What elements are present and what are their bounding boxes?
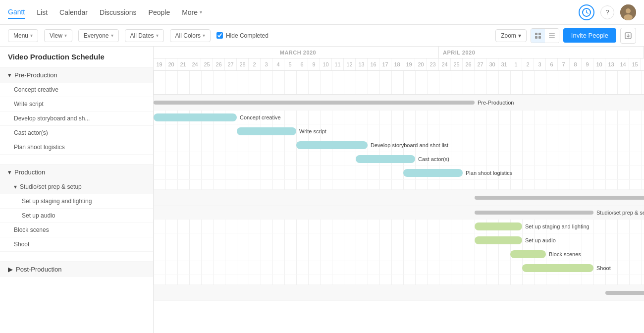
gantt-pre-production-row: Pre-Production xyxy=(154,95,644,111)
day-cell-20: 18 xyxy=(391,58,403,70)
task-develop-storyboard[interactable]: Develop storyboard and sh... xyxy=(0,111,153,126)
production-collapse-icon: ▾ xyxy=(8,168,11,176)
blockscenes-bar-label: Block scenes xyxy=(549,251,581,257)
subgroup-studio-setup[interactable]: ▾ Studio/set prep & setup xyxy=(0,180,153,194)
nav-list[interactable]: List xyxy=(37,6,48,18)
task-staging-lighting[interactable]: Set up staging and lighting xyxy=(0,194,153,209)
group-post-production[interactable]: ▶ Post-Production xyxy=(0,262,153,277)
day-cell-28: 30 xyxy=(486,58,498,70)
zoom-button[interactable]: Zoom ▾ xyxy=(495,29,527,42)
writescript-bar-label: Write script xyxy=(299,128,326,134)
view-toggle-group xyxy=(531,28,559,43)
day-cell-11: 5 xyxy=(284,58,296,70)
view-chevron-icon: ▾ xyxy=(64,33,67,38)
svg-rect-8 xyxy=(549,33,555,34)
group-pre-production[interactable]: ▾ Pre-Production xyxy=(0,67,153,83)
task-block-scenes[interactable]: Block scenes xyxy=(0,223,153,237)
day-cell-21: 19 xyxy=(403,58,415,70)
post-production-collapse-icon: ▶ xyxy=(8,266,13,273)
menu-button[interactable]: Menu ▾ xyxy=(8,29,38,42)
timer-icon xyxy=(582,7,591,17)
svg-point-3 xyxy=(624,14,633,20)
gantt-inner: MARCH 2020 APRIL 2020 192021242526272823… xyxy=(154,47,644,301)
staging-bar xyxy=(475,222,522,230)
cast-bar-label: Cast actor(s) xyxy=(418,156,449,162)
storyboard-bar xyxy=(296,141,368,149)
gantt-spacer-1 xyxy=(154,180,644,190)
day-cell-34: 7 xyxy=(558,58,570,70)
pre-production-collapse-icon: ▾ xyxy=(8,71,11,79)
audio-bar xyxy=(475,236,522,244)
toolbar-right: Zoom ▾ Invite People xyxy=(495,28,636,44)
gantt-production-row: Production xyxy=(154,190,644,206)
writescript-bar xyxy=(237,127,296,135)
gantt-header: MARCH 2020 APRIL 2020 192021242526272823… xyxy=(154,47,644,71)
shoot-bar-label: Shoot xyxy=(596,265,611,271)
invite-people-button[interactable]: Invite People xyxy=(563,28,616,43)
task-plan-shoot[interactable]: Plan shoot logistics xyxy=(0,140,153,155)
pre-production-label: Pre-Production xyxy=(14,71,57,79)
day-cell-19: 17 xyxy=(379,58,391,70)
export-button[interactable] xyxy=(620,28,636,44)
hide-completed-toggle[interactable]: Hide Completed xyxy=(216,32,268,39)
nav-right: ? xyxy=(579,4,636,20)
studio-collapse-icon: ▾ xyxy=(14,183,17,190)
svg-rect-6 xyxy=(535,36,537,39)
day-cell-27: 27 xyxy=(475,58,486,70)
day-cell-29: 31 xyxy=(498,58,510,70)
nav-people[interactable]: People xyxy=(149,6,170,18)
gantt-project-row xyxy=(154,71,644,95)
gantt-audio-row: Set up audio xyxy=(154,233,644,247)
task-audio-setup[interactable]: Set up audio xyxy=(0,209,153,223)
shoot-bar xyxy=(522,264,593,272)
hide-completed-checkbox[interactable] xyxy=(216,32,223,39)
task-cast-actors[interactable]: Cast actor(s) xyxy=(0,126,153,140)
day-cell-8: 2 xyxy=(249,58,261,70)
production-label: Production xyxy=(14,168,45,176)
nav-gantt[interactable]: Gantt xyxy=(8,6,25,19)
svg-rect-9 xyxy=(549,35,555,36)
grid-icon xyxy=(535,32,541,39)
project-title: Video Production Schedule xyxy=(0,47,153,67)
toggle-list-view[interactable] xyxy=(545,29,559,43)
postprod-bar xyxy=(605,291,644,295)
group-production[interactable]: ▾ Production xyxy=(0,165,153,180)
top-navigation: Gantt List Calendar Discussions People M… xyxy=(0,0,644,25)
all-dates-filter[interactable]: All Dates ▾ xyxy=(125,29,164,42)
day-cell-26: 26 xyxy=(463,58,475,70)
day-cell-35: 8 xyxy=(570,58,582,70)
everyone-filter[interactable]: Everyone ▾ xyxy=(78,29,119,42)
day-cell-36: 9 xyxy=(582,58,593,70)
zoom-chevron-icon: ▾ xyxy=(518,32,521,39)
avatar-image xyxy=(620,4,636,20)
timer-button[interactable] xyxy=(579,4,594,20)
help-button[interactable]: ? xyxy=(600,5,614,19)
nav-discussions[interactable]: Discussions xyxy=(100,6,137,18)
toggle-grid-view[interactable] xyxy=(531,29,545,43)
everyone-chevron-icon: ▾ xyxy=(111,33,113,38)
task-write-script[interactable]: Write script xyxy=(0,97,153,111)
day-cell-2: 21 xyxy=(177,58,189,70)
toolbar: Menu ▾ View ▾ Everyone ▾ All Dates ▾ All… xyxy=(0,25,644,47)
user-avatar[interactable] xyxy=(620,4,636,20)
staging-bar-label: Set up staging and lighting xyxy=(525,223,590,229)
day-cell-25: 25 xyxy=(451,58,463,70)
nav-calendar[interactable]: Calendar xyxy=(59,6,88,18)
day-cell-24: 24 xyxy=(439,58,451,70)
gantt-concept-row: Concept creative xyxy=(154,111,644,124)
view-button[interactable]: View ▾ xyxy=(44,29,72,42)
svg-rect-7 xyxy=(538,36,541,39)
day-cell-6: 27 xyxy=(225,58,237,70)
day-cell-37: 10 xyxy=(593,58,605,70)
day-cell-32: 3 xyxy=(534,58,546,70)
list-icon xyxy=(548,32,555,39)
gantt-staging-row: Set up staging and lighting xyxy=(154,220,644,233)
nav-more[interactable]: More ▾ xyxy=(182,6,202,18)
all-colors-filter[interactable]: All Colors ▾ xyxy=(170,29,211,42)
day-cell-7: 28 xyxy=(237,58,249,70)
studio-bar xyxy=(475,211,593,215)
colors-chevron-icon: ▾ xyxy=(203,33,205,38)
task-shoot[interactable]: Shoot xyxy=(0,237,153,252)
day-cell-17: 13 xyxy=(356,58,368,70)
task-concept-creative[interactable]: Concept creative xyxy=(0,83,153,97)
